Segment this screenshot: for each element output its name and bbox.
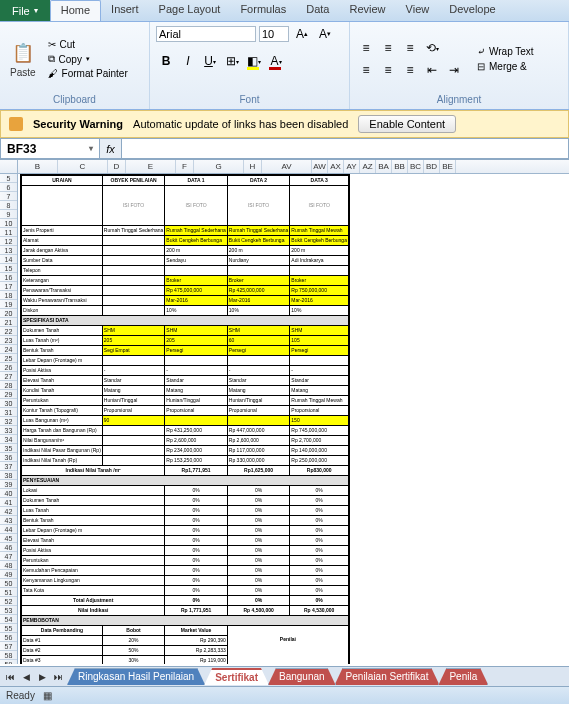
merge-button[interactable]: ⊟Merge & [474, 60, 537, 73]
tab-home[interactable]: Home [50, 0, 101, 21]
sheet-tab-1[interactable]: Sertifikat [204, 668, 269, 685]
macro-icon[interactable]: ▦ [43, 690, 52, 701]
cell-grid[interactable]: URAIANOBYEK PENILAIANDATA 1DATA 2DATA 3I… [18, 174, 569, 664]
sheet-nav-next[interactable]: ▶ [34, 669, 50, 685]
tab-view[interactable]: View [396, 0, 440, 21]
security-title: Security Warning [33, 118, 123, 130]
shield-icon [9, 117, 23, 131]
bold-button[interactable]: B [156, 51, 176, 71]
column-headers[interactable]: BCDEFGHAVAWAXAYAZBABBBCBDBE [0, 160, 569, 174]
sheet-tab-2[interactable]: Bangunan [268, 668, 336, 685]
indent-inc-button[interactable]: ⇥ [444, 60, 464, 80]
align-left-button[interactable]: ≡ [356, 60, 376, 80]
font-size-select[interactable] [259, 26, 289, 42]
orientation-button[interactable]: ⟲▾ [422, 38, 442, 58]
copy-icon: ⧉ [48, 53, 55, 65]
name-box[interactable]: BF33 [0, 138, 100, 159]
align-middle-button[interactable]: ≡ [378, 38, 398, 58]
tab-insert[interactable]: Insert [101, 0, 149, 21]
group-label-alignment: Alignment [356, 94, 562, 107]
grow-font-button[interactable]: A▴ [292, 24, 312, 44]
format-painter-button[interactable]: 🖌Format Painter [44, 67, 132, 80]
security-warning-bar: Security Warning Automatic update of lin… [0, 110, 569, 138]
border-button[interactable]: ⊞▾ [222, 51, 242, 71]
align-center-button[interactable]: ≡ [378, 60, 398, 80]
align-bottom-button[interactable]: ≡ [400, 38, 420, 58]
brush-icon: 🖌 [48, 68, 58, 79]
ribbon: 📋 Paste ✂Cut ⧉Copy▾ 🖌Format Painter Clip… [0, 22, 569, 110]
status-text: Ready [6, 690, 35, 701]
wrap-text-button[interactable]: ⤶Wrap Text [474, 45, 537, 58]
group-label-font: Font [156, 94, 343, 107]
formula-bar: BF33 fx [0, 138, 569, 160]
shrink-font-button[interactable]: A▾ [315, 24, 335, 44]
tab-page-layout[interactable]: Page Layout [149, 0, 231, 21]
sheet-tab-0[interactable]: Ringkasan Hasil Penilaian [67, 668, 205, 685]
merge-icon: ⊟ [477, 61, 485, 72]
copy-button[interactable]: ⧉Copy▾ [44, 52, 132, 66]
formula-input[interactable] [122, 138, 569, 159]
select-all-corner[interactable] [0, 160, 18, 173]
cut-button[interactable]: ✂Cut [44, 38, 132, 51]
row-headers[interactable]: 5678910111213141516171819202122232425262… [0, 174, 18, 664]
font-color-button[interactable]: A▾ [266, 51, 286, 71]
font-name-select[interactable] [156, 26, 256, 42]
tab-formulas[interactable]: Formulas [230, 0, 296, 21]
security-message: Automatic update of links has been disab… [133, 118, 348, 130]
worksheet: BCDEFGHAVAWAXAYAZBABBBCBDBE 567891011121… [0, 160, 569, 664]
tab-developer[interactable]: Develope [439, 0, 505, 21]
sheet-nav-last[interactable]: ⏭ [50, 669, 66, 685]
align-right-button[interactable]: ≡ [400, 60, 420, 80]
sheet-tab-4[interactable]: Penila [438, 668, 488, 685]
sheet-nav-first[interactable]: ⏮ [2, 669, 18, 685]
tab-review[interactable]: Review [339, 0, 395, 21]
align-top-button[interactable]: ≡ [356, 38, 376, 58]
group-label-clipboard: Clipboard [6, 94, 143, 107]
tab-data[interactable]: Data [296, 0, 339, 21]
underline-button[interactable]: U▾ [200, 51, 220, 71]
paste-icon: 📋 [11, 41, 35, 65]
paste-button[interactable]: 📋 Paste [6, 39, 40, 80]
enable-content-button[interactable]: Enable Content [358, 115, 456, 133]
menu-tabs: File Home Insert Page Layout Formulas Da… [0, 0, 569, 22]
sheet-nav-prev[interactable]: ◀ [18, 669, 34, 685]
italic-button[interactable]: I [178, 51, 198, 71]
sheet-tabs-bar: ⏮ ◀ ▶ ⏭ Ringkasan Hasil PenilaianSertifi… [0, 666, 569, 686]
cut-icon: ✂ [48, 39, 56, 50]
sheet-tab-3[interactable]: Penilaian Sertifikat [335, 668, 440, 685]
wrap-icon: ⤶ [477, 46, 485, 57]
fx-button[interactable]: fx [100, 138, 122, 159]
indent-dec-button[interactable]: ⇤ [422, 60, 442, 80]
status-bar: Ready ▦ [0, 686, 569, 704]
file-tab[interactable]: File [0, 0, 50, 21]
fill-color-button[interactable]: ◧▾ [244, 51, 264, 71]
